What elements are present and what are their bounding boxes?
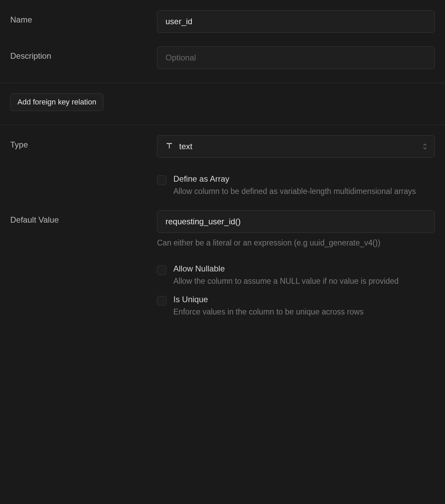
- is-unique-description: Enforce values in the column to be uniqu…: [173, 306, 435, 317]
- define-array-checkbox[interactable]: [157, 176, 167, 185]
- description-input[interactable]: [157, 46, 435, 69]
- chevrons-up-down-icon: [422, 143, 427, 150]
- is-unique-title: Is Unique: [173, 295, 435, 304]
- type-label: Type: [10, 135, 157, 150]
- text-type-icon: [165, 142, 173, 152]
- is-unique-checkbox[interactable]: [157, 296, 167, 306]
- allow-nullable-title: Allow Nullable: [173, 264, 435, 274]
- default-value-input[interactable]: [157, 210, 435, 233]
- define-array-title: Define as Array: [173, 174, 435, 184]
- allow-nullable-checkbox[interactable]: [157, 265, 167, 275]
- allow-nullable-description: Allow the column to assume a NULL value …: [173, 276, 435, 286]
- define-array-description: Allow column to be defined as variable-l…: [173, 186, 435, 197]
- default-value-helper: Can either be a literal or an expression…: [157, 238, 435, 248]
- add-foreign-key-button[interactable]: Add foreign key relation: [10, 93, 103, 111]
- name-input[interactable]: [157, 10, 435, 33]
- default-value-label: Default Value: [10, 210, 157, 225]
- type-select[interactable]: text: [157, 135, 435, 158]
- description-label: Description: [10, 46, 157, 61]
- name-label: Name: [10, 10, 157, 25]
- type-select-value: text: [179, 142, 192, 151]
